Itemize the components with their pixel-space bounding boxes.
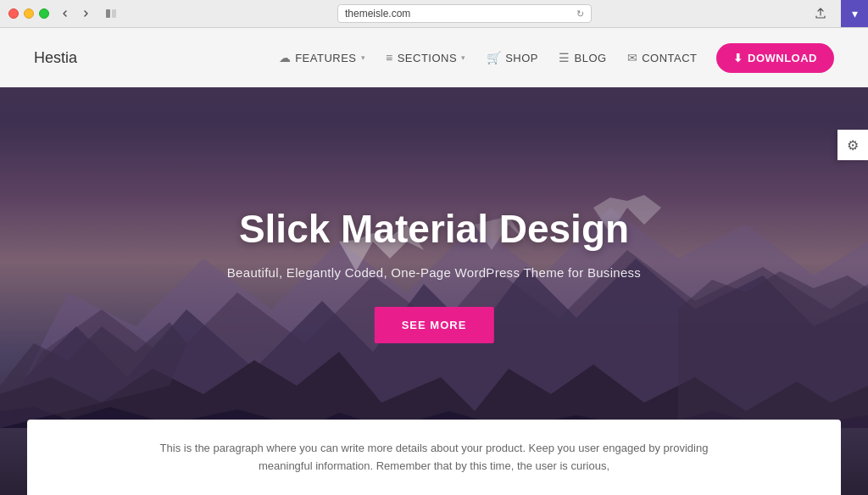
download-button[interactable]: ⬇ DOWNLOAD — [716, 43, 835, 73]
forward-button[interactable] — [76, 4, 95, 23]
url-text: themeisle.com — [345, 8, 410, 19]
address-bar[interactable]: themeisle.com ↻ — [337, 4, 592, 23]
nav-buttons — [56, 4, 95, 23]
svg-marker-15 — [678, 271, 868, 428]
hero-subtitle: Beautiful, Elegantly Coded, One-Page Wor… — [227, 265, 641, 280]
chevron-down-icon: ▾ — [852, 7, 858, 20]
see-more-button[interactable]: SEE MORE — [375, 307, 494, 343]
contact-label: CONTACT — [642, 52, 697, 64]
back-button[interactable] — [56, 4, 75, 23]
blog-label: BLOG — [575, 52, 607, 64]
svg-rect-1 — [112, 9, 116, 18]
address-bar-wrap: themeisle.com ↻ — [127, 4, 802, 23]
gear-icon: ⚙ — [847, 137, 859, 153]
extension-panel-button[interactable]: ▾ — [841, 0, 868, 27]
download-label: DOWNLOAD — [748, 52, 817, 64]
share-button[interactable] — [809, 4, 832, 23]
shop-label: SHOP — [505, 52, 538, 64]
hero-content: Slick Material Design Beautiful, Elegant… — [227, 206, 641, 343]
download-icon: ⬇ — [733, 52, 743, 64]
traffic-lights — [8, 8, 49, 19]
cloud-icon: ☁ — [279, 51, 292, 64]
nav-menu: ☁ FEATURES ▾ ≡ SECTIONS ▾ 🛒 SHOP ☰ BLOG — [270, 43, 834, 73]
brand-name: Hestia — [34, 49, 77, 67]
close-button[interactable] — [8, 8, 19, 19]
maximize-button[interactable] — [39, 8, 49, 19]
nav-contact[interactable]: ✉ CONTACT — [619, 46, 706, 70]
browser-chrome: themeisle.com ↻ — [0, 0, 868, 28]
settings-panel[interactable]: ⚙ — [837, 130, 868, 160]
sections-label: SECTIONS — [398, 52, 457, 64]
cart-icon: 🛒 — [487, 51, 502, 64]
chevron-icon: ▾ — [361, 53, 366, 62]
bottom-card: This is the paragraph where you can writ… — [27, 420, 841, 495]
website-viewport: Hestia ☁ FEATURES ▾ ≡ SECTIONS ▾ 🛒 SHOP — [0, 28, 868, 495]
browser-titlebar: themeisle.com ↻ — [0, 0, 868, 27]
chevron-icon-2: ▾ — [461, 53, 466, 62]
minimize-button[interactable] — [24, 8, 34, 19]
blog-icon: ☰ — [559, 51, 570, 64]
nav-features[interactable]: ☁ FEATURES ▾ — [270, 46, 374, 70]
bottom-card-text: This is the paragraph where you can writ… — [146, 440, 722, 476]
navbar: Hestia ☁ FEATURES ▾ ≡ SECTIONS ▾ 🛒 SHOP — [0, 28, 868, 87]
sections-icon: ≡ — [386, 51, 393, 64]
nav-blog[interactable]: ☰ BLOG — [550, 46, 615, 70]
reader-mode-button[interactable] — [102, 4, 120, 23]
svg-rect-0 — [106, 9, 110, 18]
hero-section: Hestia ☁ FEATURES ▾ ≡ SECTIONS ▾ 🛒 SHOP — [0, 28, 868, 495]
features-label: FEATURES — [295, 52, 356, 64]
refresh-icon[interactable]: ↻ — [576, 8, 584, 19]
mail-icon: ✉ — [627, 51, 638, 64]
hero-title: Slick Material Design — [227, 206, 641, 252]
nav-sections[interactable]: ≡ SECTIONS ▾ — [377, 46, 475, 70]
nav-shop[interactable]: 🛒 SHOP — [478, 46, 547, 70]
